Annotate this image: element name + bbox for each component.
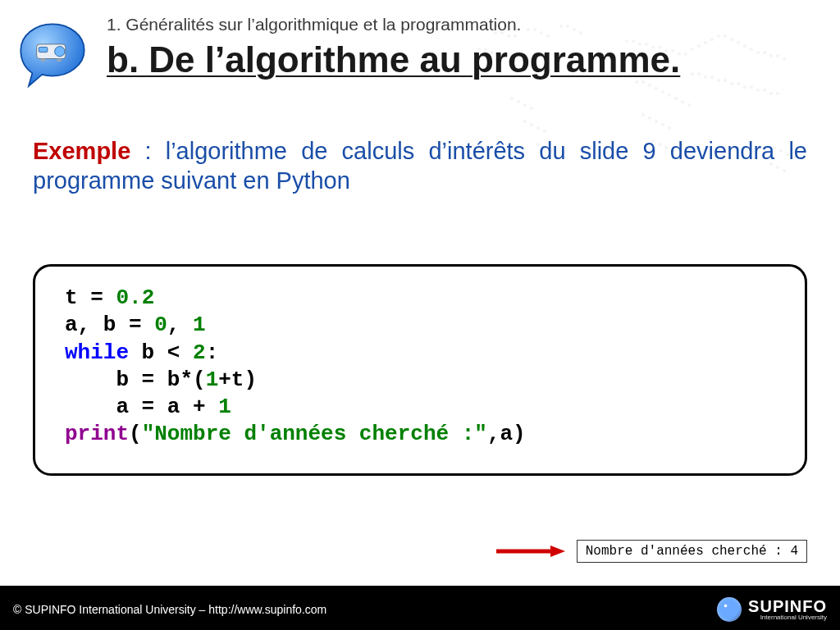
brand-name: SUPINFO <box>748 598 827 614</box>
svg-point-54 <box>687 103 691 107</box>
svg-point-7 <box>546 34 550 38</box>
svg-point-90 <box>743 85 746 89</box>
svg-point-43 <box>769 54 773 57</box>
svg-point-95 <box>776 92 779 95</box>
svg-point-42 <box>763 51 766 54</box>
globe-icon <box>717 597 742 622</box>
svg-point-5 <box>533 28 536 31</box>
example-label: Exemple <box>33 138 130 164</box>
svg-point-94 <box>769 92 773 95</box>
svg-point-48 <box>648 84 651 87</box>
svg-point-40 <box>750 48 753 51</box>
brand-subline: International University <box>748 614 827 621</box>
svg-point-38 <box>737 41 740 44</box>
svg-point-83 <box>697 72 701 75</box>
svg-point-36 <box>724 34 727 38</box>
svg-point-64 <box>510 97 514 100</box>
svg-point-52 <box>674 97 678 100</box>
svg-point-11 <box>579 31 582 34</box>
example-text: : l’algorithme de calculs d’intérêts du … <box>33 138 807 194</box>
arrow-right-icon <box>495 545 565 558</box>
svg-point-67 <box>530 107 533 110</box>
svg-point-8 <box>559 25 563 28</box>
svg-rect-100 <box>57 59 61 62</box>
svg-point-33 <box>704 41 707 44</box>
svg-point-45 <box>783 57 786 61</box>
svg-point-2 <box>507 34 510 38</box>
svg-point-9 <box>566 25 569 28</box>
code-box: t = 0.2 a, b = 0, 1 while b < 2: b = b*(… <box>33 264 807 476</box>
svg-point-44 <box>776 54 779 57</box>
svg-point-85 <box>710 75 714 79</box>
svg-point-93 <box>763 89 766 92</box>
svg-point-51 <box>668 94 671 97</box>
svg-point-49 <box>655 87 658 90</box>
slide: 1. Généralités sur l’algorithmique et la… <box>0 0 840 630</box>
svg-point-10 <box>573 28 576 31</box>
svg-rect-99 <box>41 59 45 62</box>
svg-point-55 <box>641 113 645 116</box>
svg-point-4 <box>527 28 530 31</box>
footer-copyright: © SUPINFO International University – htt… <box>13 603 326 616</box>
svg-point-39 <box>743 44 746 48</box>
svg-point-92 <box>756 89 760 92</box>
svg-point-3 <box>514 34 517 38</box>
svg-point-37 <box>730 38 733 41</box>
svg-point-97 <box>55 47 65 57</box>
slide-title: b. De l’algorithme au programme. <box>107 39 680 80</box>
svg-point-88 <box>730 82 733 85</box>
svg-point-30 <box>684 52 687 56</box>
svg-point-68 <box>523 120 527 123</box>
svg-point-50 <box>661 90 664 94</box>
svg-point-89 <box>737 82 740 85</box>
program-output: Nombre d'années cherché : 4 <box>577 540 807 563</box>
svg-point-56 <box>648 116 651 120</box>
svg-point-57 <box>655 120 658 123</box>
svg-point-59 <box>668 126 671 130</box>
svg-marker-102 <box>550 546 565 557</box>
svg-point-6 <box>540 31 543 34</box>
breadcrumb: 1. Généralités sur l’algorithmique et la… <box>107 15 521 34</box>
svg-point-66 <box>523 103 527 107</box>
supinfo-logo: SUPINFO International University <box>717 595 827 624</box>
footer: © SUPINFO International University – htt… <box>0 589 840 630</box>
svg-point-41 <box>756 51 760 54</box>
svg-point-35 <box>717 34 720 38</box>
svg-point-32 <box>697 44 701 48</box>
svg-point-70 <box>536 126 540 130</box>
svg-point-82 <box>691 72 694 75</box>
svg-point-58 <box>661 123 664 126</box>
svg-point-53 <box>681 100 684 103</box>
svg-point-87 <box>724 79 727 82</box>
svg-point-46 <box>635 80 638 84</box>
svg-point-65 <box>517 100 520 103</box>
svg-point-91 <box>750 85 753 89</box>
code-listing: t = 0.2 a, b = 0, 1 while b < 2: b = b*(… <box>65 285 775 449</box>
svg-point-31 <box>691 48 694 51</box>
output-row: Nombre d'années cherché : 4 <box>495 538 807 564</box>
projector-bubble-icon <box>16 20 89 92</box>
svg-point-34 <box>710 38 714 41</box>
svg-point-69 <box>530 123 533 126</box>
svg-point-84 <box>704 75 707 79</box>
svg-point-86 <box>717 79 720 82</box>
svg-rect-98 <box>39 47 48 52</box>
svg-point-47 <box>641 80 645 84</box>
svg-point-71 <box>543 130 546 133</box>
example-paragraph: Exemple : l’algorithme de calculs d’inté… <box>33 136 807 196</box>
